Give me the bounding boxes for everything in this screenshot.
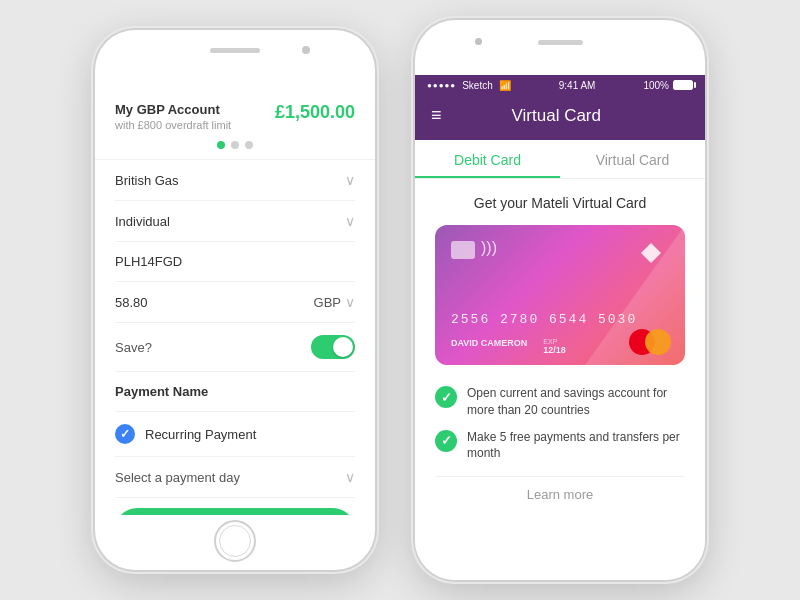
phone-2-content: ●●●●● Sketch 📶 9:41 AM 100% ≡ Virtual Ca… [415,75,705,580]
battery-percent: 100% [643,80,669,91]
expiry-value: 12/18 [543,345,566,355]
currency-label: GBP [314,295,341,310]
card-details: DAVID CAMERON Exp 12/18 [451,338,566,355]
clock: 9:41 AM [559,80,596,91]
card-chip [451,241,475,259]
save-toggle[interactable] [311,335,355,359]
nav-header: ≡ Virtual Card [415,95,705,140]
front-camera-2 [475,38,482,45]
feature-check-icon-2 [435,430,457,452]
save-label: Save? [115,340,152,355]
reference-value: PLH14FGD [115,254,182,269]
card-section: Get your Mateli Virtual Card ))) 2556 27… [415,179,705,580]
account-name: My GBP Account [115,102,231,117]
tab-bar: Debit Card Virtual Card [415,140,705,179]
recurring-label: Recurring Payment [145,427,256,442]
menu-icon[interactable]: ≡ [431,105,442,126]
amount-row[interactable]: 58.80 GBP ∨ [115,282,355,323]
phones-container: My GBP Account with £800 overdraft limit… [95,20,705,580]
mastercard-logo [629,329,671,355]
dot-3 [245,141,253,149]
payment-day-chevron-icon: ∨ [345,469,355,485]
home-button-inner [219,525,251,557]
payee-row[interactable]: British Gas ∨ [115,160,355,201]
card-name-item: DAVID CAMERON [451,338,527,355]
toggle-knob [333,337,353,357]
tab-virtual-card[interactable]: Virtual Card [560,140,705,178]
phone-2: ●●●●● Sketch 📶 9:41 AM 100% ≡ Virtual Ca… [415,20,705,580]
recurring-checkbox[interactable] [115,424,135,444]
account-info: My GBP Account with £800 overdraft limit [115,102,231,131]
payment-type-chevron-icon: ∨ [345,213,355,229]
features-list: Open current and savings account for mor… [435,381,685,476]
status-bar: ●●●●● Sketch 📶 9:41 AM 100% [415,75,705,95]
payment-type-row[interactable]: Individual ∨ [115,201,355,242]
virtual-card: ))) 2556 2780 6544 5030 DAVID CAMERON Ex… [435,225,685,365]
payment-type-value: Individual [115,214,170,229]
card-wifi-icon: ))) [481,239,497,257]
payee-chevron-icon: ∨ [345,172,355,188]
payment-name-label: Payment Name [115,384,355,399]
learn-more-section: Learn more [435,476,685,511]
card-section-title: Get your Mateli Virtual Card [435,195,685,211]
save-row: Save? [115,323,355,372]
page-dots [115,135,355,159]
card-number: 2556 2780 6544 5030 [451,312,637,327]
recurring-row[interactable]: Recurring Payment [115,412,355,457]
dot-2 [231,141,239,149]
currency-chevron-icon: ∨ [345,294,355,310]
wifi-icon: 📶 [499,80,511,91]
payment-day-label: Select a payment day [115,470,240,485]
mc-yellow-circle [645,329,671,355]
card-holder-name: DAVID CAMERON [451,338,527,348]
phone-1-top-bar [95,30,375,90]
feature-check-icon-1 [435,386,457,408]
card-expiry-item: Exp 12/18 [543,338,566,355]
nav-title: Virtual Card [454,106,659,126]
account-limit: with £800 overdraft limit [115,119,231,131]
chip-rect [451,241,475,259]
confirm-button[interactable]: Confirm [115,508,355,515]
payment-day-row[interactable]: Select a payment day ∨ [115,457,355,498]
feature-text-1: Open current and savings account for mor… [467,385,685,419]
phone-1: My GBP Account with £800 overdraft limit… [95,30,375,570]
reference-row: PLH14FGD [115,242,355,282]
network-label: Sketch [462,80,493,91]
feature-text-2: Make 5 free payments and transfers per m… [467,429,685,463]
amount-value: 58.80 [115,295,148,310]
front-camera [302,46,310,54]
expiry-label: Exp [543,338,566,345]
battery-icon [673,80,693,90]
currency-selector[interactable]: GBP ∨ [314,294,355,310]
card-brand-logo [633,239,669,271]
feature-item-1: Open current and savings account for mor… [435,385,685,419]
payment-name-row[interactable]: Payment Name [115,372,355,412]
account-balance: £1,500.00 [275,102,355,123]
dot-1 [217,141,225,149]
tab-debit-card[interactable]: Debit Card [415,140,560,178]
signal-icon: ●●●●● [427,81,456,90]
account-header: My GBP Account with £800 overdraft limit… [115,90,355,135]
payee-value: British Gas [115,173,179,188]
earpiece-2 [538,40,583,45]
home-button[interactable] [214,520,256,562]
earpiece [210,48,260,53]
phone-2-top-bar [415,20,705,75]
feature-item-2: Make 5 free payments and transfers per m… [435,429,685,463]
phone-1-content: My GBP Account with £800 overdraft limit… [95,90,375,515]
learn-more-link[interactable]: Learn more [527,487,593,502]
status-bar-left: ●●●●● Sketch 📶 [427,80,511,91]
status-bar-right: 100% [639,80,693,91]
